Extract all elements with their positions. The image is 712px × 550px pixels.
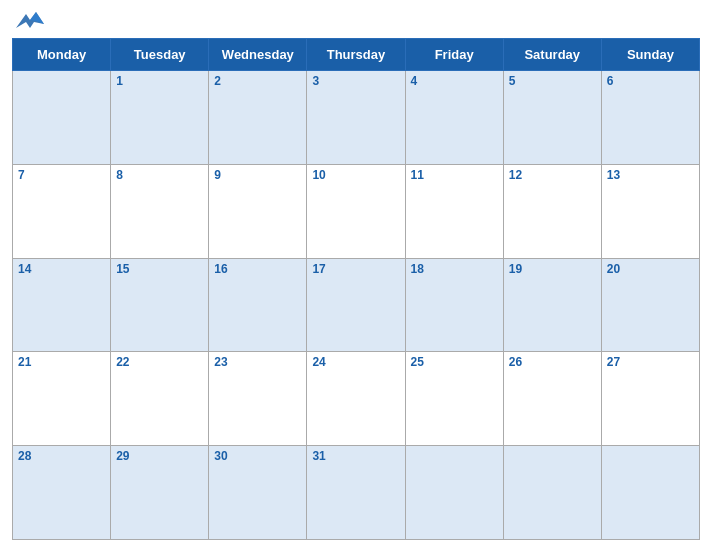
day-number: 15 xyxy=(116,262,203,276)
weekday-header-friday: Friday xyxy=(405,39,503,71)
calendar-day-empty xyxy=(503,446,601,540)
calendar-day-2: 2 xyxy=(209,71,307,165)
day-number: 28 xyxy=(18,449,105,463)
day-number: 4 xyxy=(411,74,498,88)
calendar-week-row: 21222324252627 xyxy=(13,352,700,446)
day-number: 29 xyxy=(116,449,203,463)
day-number: 26 xyxy=(509,355,596,369)
calendar-day-11: 11 xyxy=(405,164,503,258)
day-number: 1 xyxy=(116,74,203,88)
calendar-day-30: 30 xyxy=(209,446,307,540)
calendar-page: MondayTuesdayWednesdayThursdayFridaySatu… xyxy=(0,0,712,550)
weekday-header-thursday: Thursday xyxy=(307,39,405,71)
day-number: 31 xyxy=(312,449,399,463)
calendar-day-5: 5 xyxy=(503,71,601,165)
logo xyxy=(16,10,52,32)
weekday-header-wednesday: Wednesday xyxy=(209,39,307,71)
day-number: 18 xyxy=(411,262,498,276)
calendar-day-9: 9 xyxy=(209,164,307,258)
calendar-day-8: 8 xyxy=(111,164,209,258)
day-number: 14 xyxy=(18,262,105,276)
calendar-day-18: 18 xyxy=(405,258,503,352)
calendar-day-empty xyxy=(601,446,699,540)
day-number: 25 xyxy=(411,355,498,369)
day-number: 23 xyxy=(214,355,301,369)
calendar-day-19: 19 xyxy=(503,258,601,352)
calendar-day-14: 14 xyxy=(13,258,111,352)
calendar-day-12: 12 xyxy=(503,164,601,258)
calendar-week-row: 14151617181920 xyxy=(13,258,700,352)
calendar-day-16: 16 xyxy=(209,258,307,352)
day-number: 10 xyxy=(312,168,399,182)
day-number: 6 xyxy=(607,74,694,88)
calendar-day-4: 4 xyxy=(405,71,503,165)
calendar-day-29: 29 xyxy=(111,446,209,540)
calendar-day-21: 21 xyxy=(13,352,111,446)
day-number: 22 xyxy=(116,355,203,369)
calendar-week-row: 28293031 xyxy=(13,446,700,540)
day-number: 12 xyxy=(509,168,596,182)
calendar-day-13: 13 xyxy=(601,164,699,258)
calendar-day-3: 3 xyxy=(307,71,405,165)
calendar-day-23: 23 xyxy=(209,352,307,446)
calendar-day-7: 7 xyxy=(13,164,111,258)
calendar-day-20: 20 xyxy=(601,258,699,352)
calendar-day-6: 6 xyxy=(601,71,699,165)
calendar-day-10: 10 xyxy=(307,164,405,258)
day-number: 5 xyxy=(509,74,596,88)
calendar-day-15: 15 xyxy=(111,258,209,352)
day-number: 19 xyxy=(509,262,596,276)
day-number: 7 xyxy=(18,168,105,182)
calendar-day-27: 27 xyxy=(601,352,699,446)
calendar-week-row: 123456 xyxy=(13,71,700,165)
calendar-day-17: 17 xyxy=(307,258,405,352)
day-number: 2 xyxy=(214,74,301,88)
day-number: 30 xyxy=(214,449,301,463)
calendar-day-1: 1 xyxy=(111,71,209,165)
calendar-header xyxy=(12,10,700,32)
day-number: 20 xyxy=(607,262,694,276)
day-number: 17 xyxy=(312,262,399,276)
day-number: 27 xyxy=(607,355,694,369)
weekday-header-sunday: Sunday xyxy=(601,39,699,71)
calendar-day-empty xyxy=(13,71,111,165)
day-number: 3 xyxy=(312,74,399,88)
calendar-day-26: 26 xyxy=(503,352,601,446)
calendar-day-28: 28 xyxy=(13,446,111,540)
calendar-day-24: 24 xyxy=(307,352,405,446)
day-number: 13 xyxy=(607,168,694,182)
day-number: 11 xyxy=(411,168,498,182)
day-number: 24 xyxy=(312,355,399,369)
calendar-week-row: 78910111213 xyxy=(13,164,700,258)
day-number: 21 xyxy=(18,355,105,369)
weekday-header-row: MondayTuesdayWednesdayThursdayFridaySatu… xyxy=(13,39,700,71)
logo-bird-icon xyxy=(16,10,44,32)
calendar-day-25: 25 xyxy=(405,352,503,446)
weekday-header-monday: Monday xyxy=(13,39,111,71)
calendar-table: MondayTuesdayWednesdayThursdayFridaySatu… xyxy=(12,38,700,540)
calendar-day-31: 31 xyxy=(307,446,405,540)
weekday-header-saturday: Saturday xyxy=(503,39,601,71)
calendar-day-empty xyxy=(405,446,503,540)
day-number: 9 xyxy=(214,168,301,182)
day-number: 16 xyxy=(214,262,301,276)
calendar-day-22: 22 xyxy=(111,352,209,446)
day-number: 8 xyxy=(116,168,203,182)
weekday-header-tuesday: Tuesday xyxy=(111,39,209,71)
